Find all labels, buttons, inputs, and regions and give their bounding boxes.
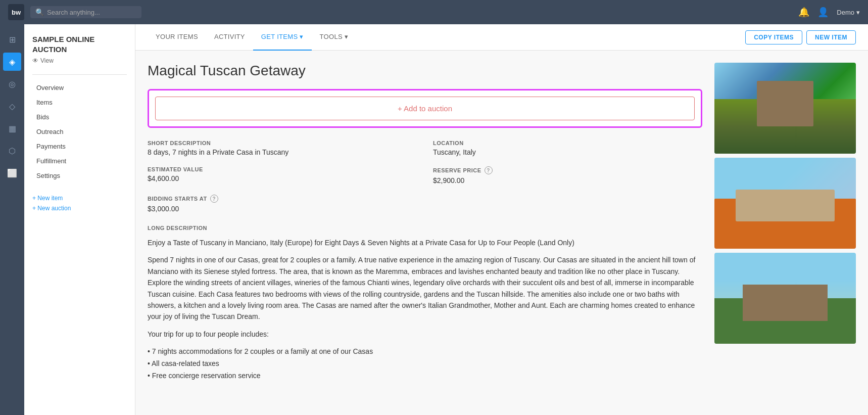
bidding-starts-help-icon[interactable]: ? [210,195,218,203]
add-to-auction-button[interactable]: + Add to auction [155,97,695,120]
search-icon: 🔍 [35,8,44,16]
sidebar-item-bids[interactable]: Bids [32,110,127,124]
fields-grid: SHORT DESCRIPTION 8 days, 7 nights in a … [148,140,702,213]
auction-title: SAMPLE ONLINE AUCTION [32,34,127,54]
location-label: LOCATION [433,140,702,146]
nav-icon-calendar[interactable]: ▦ [3,119,21,137]
copy-items-button[interactable]: COPY ITEMS [745,30,802,44]
short-description-value: 8 days, 7 nights in a Private Casa in Tu… [148,148,417,156]
sidebar-item-payments[interactable]: Payments [32,140,127,153]
add-to-auction-wrapper: + Add to auction [148,89,702,128]
bullet-1: • 7 nights accommodations for 2 couples … [148,346,702,358]
tab-bar: YOUR ITEMS ACTIVITY GET ITEMS ▾ TOOLS ▾ … [135,24,868,51]
reserve-price-value: $2,900.00 [433,176,702,185]
long-desc-para2: Spend 7 nights in one of our Casas, grea… [148,254,702,322]
bullet-3: • Free concierge reservation service [148,370,702,382]
tab-your-items[interactable]: YOUR ITEMS [148,24,206,51]
bidding-starts-field: BIDDING STARTS AT ? $3,000.00 [148,195,417,213]
new-item-link[interactable]: + New item [32,195,127,202]
left-sidebar: SAMPLE ONLINE AUCTION 👁 View Overview It… [24,24,135,415]
nav-icon-box[interactable]: ⬜ [3,164,21,182]
nav-icon-items[interactable]: ◈ [3,53,21,71]
bell-icon[interactable]: 🔔 [798,7,809,18]
new-auction-link[interactable]: + New auction [32,205,127,212]
estimated-value-label: ESTIMATED VALUE [148,166,417,172]
short-description-field: SHORT DESCRIPTION 8 days, 7 nights in a … [148,140,417,156]
search-input[interactable] [47,9,128,16]
item-image-3[interactable] [714,253,856,344]
sidebar-footer: + New item + New auction [32,195,127,212]
sidebar-divider [32,74,127,75]
sidebar-item-fulfillment[interactable]: Fulfillment [32,154,127,168]
reserve-price-help-icon[interactable]: ? [485,166,493,174]
search-bar[interactable]: 🔍 [30,6,141,18]
user-menu-button[interactable]: Demo ▾ [837,9,860,16]
nav-icon-dashboard[interactable]: ⊞ [3,30,21,49]
eye-icon: 👁 [32,57,38,64]
reserve-price-label: RESERVE PRICE ? [433,166,702,174]
top-nav: bw 🔍 🔔 👤 Demo ▾ [0,0,868,24]
nav-icon-group[interactable]: ⬡ [3,142,21,160]
user-avatar-icon[interactable]: 👤 [817,7,829,18]
tabs: YOUR ITEMS ACTIVITY GET ITEMS ▾ TOOLS ▾ [148,24,745,51]
estimated-value-field: ESTIMATED VALUE $4,600.00 [148,166,417,185]
item-title: Magical Tuscan Getaway [148,63,702,79]
icon-sidebar: ⊞ ◈ ◎ ◇ ▦ ⬡ ⬜ [0,24,24,415]
long-desc-para3: Your trip for up to four people includes… [148,329,702,340]
item-image-1[interactable] [714,63,856,154]
sidebar-item-items[interactable]: Items [32,96,127,109]
sidebar-menu: Overview Items Bids Outreach Payments Fu… [32,81,127,182]
view-auction-link[interactable]: 👁 View [32,57,127,64]
long-desc-para1: Enjoy a Taste of Tuscany in Manciano, It… [148,237,702,248]
location-value: Tuscany, Italy [433,148,702,156]
item-image-2[interactable] [714,158,856,249]
app-logo: bw [8,4,24,20]
nav-icon-bids[interactable]: ◎ [3,75,21,93]
bullet-2: • All casa-related taxes [148,358,702,370]
content-area: YOUR ITEMS ACTIVITY GET ITEMS ▾ TOOLS ▾ … [135,24,868,415]
tab-tools[interactable]: TOOLS ▾ [312,24,357,51]
page-content: Magical Tuscan Getaway + Add to auction … [135,51,868,415]
bidding-starts-value: $3,000.00 [148,205,417,213]
nav-icon-tag[interactable]: ◇ [3,97,21,115]
tab-get-items[interactable]: GET ITEMS ▾ [253,24,312,51]
tab-activity[interactable]: ACTIVITY [206,24,253,51]
top-nav-right: 🔔 👤 Demo ▾ [798,7,860,18]
bidding-starts-label: BIDDING STARTS AT ? [148,195,417,203]
tab-actions: COPY ITEMS NEW ITEM [745,30,856,44]
item-detail: Magical Tuscan Getaway + Add to auction … [148,63,702,403]
estimated-value-value: $4,600.00 [148,174,417,182]
sidebar-item-overview[interactable]: Overview [32,81,127,95]
sidebar-item-outreach[interactable]: Outreach [32,125,127,139]
long-description-label: LONG DESCRIPTION [148,225,702,231]
short-description-label: SHORT DESCRIPTION [148,140,417,146]
reserve-price-field: RESERVE PRICE ? $2,900.00 [433,166,702,185]
sidebar-item-settings[interactable]: Settings [32,169,127,182]
chevron-down-icon: ▾ [856,9,860,16]
images-panel [714,63,856,403]
new-item-button[interactable]: NEW ITEM [806,30,856,44]
main-layout: ⊞ ◈ ◎ ◇ ▦ ⬡ ⬜ SAMPLE ONLINE AUCTION 👁 Vi… [0,24,868,415]
location-field: LOCATION Tuscany, Italy [433,140,702,156]
